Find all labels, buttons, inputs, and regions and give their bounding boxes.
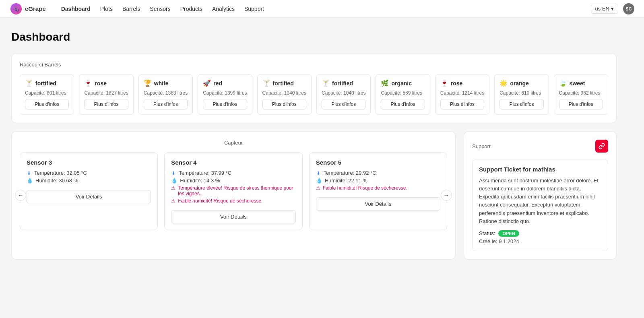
barrel-capacity: Capacité: 610 litres — [500, 90, 543, 96]
barrel-card-4: 🚀redCapacité: 1399 litresPlus d'infos — [198, 74, 252, 115]
ticket-card: Support Ticket for mathias Assumenda sun… — [472, 159, 608, 251]
status-badge: OPEN — [498, 230, 519, 237]
barrel-header: 🍸fortified — [25, 79, 69, 87]
navbar: 🍇 eGrape DashboardPlotsBarrelsSensorsPro… — [0, 0, 644, 18]
nav-link-plots[interactable]: Plots — [96, 4, 117, 14]
nav-link-products[interactable]: Products — [176, 4, 206, 14]
navbar-right: us EN ▾ SC — [591, 3, 634, 14]
nav-link-dashboard[interactable]: Dashboard — [57, 4, 95, 14]
sensor-temperature: 🌡Température: 29.92 °C — [316, 170, 440, 176]
ticket-status: Status: OPEN — [479, 230, 601, 237]
barrel-more-info-button[interactable]: Plus d'infos — [84, 99, 128, 109]
barrel-type-name: rose — [95, 80, 107, 87]
barrel-card-6: 🍸fortifiedCapacité: 1040 litresPlus d'in… — [316, 74, 371, 115]
chevron-down-icon: ▾ — [611, 6, 614, 12]
barrel-capacity: Capacité: 962 litres — [559, 90, 603, 96]
barrel-more-info-button[interactable]: Plus d'infos — [381, 99, 425, 109]
barrel-type-icon: 🍷 — [440, 79, 448, 87]
sensor-humidity: 💧Humidité: 30.68 % — [27, 178, 151, 184]
sensor-card-sensor3: Sensor 3🌡Température: 32.05 °C💧Humidité:… — [20, 152, 158, 230]
page-title: Dashboard — [11, 31, 617, 43]
sensor-details-button[interactable]: Voir Détails — [316, 197, 440, 211]
sensor-name: Sensor 4 — [171, 159, 295, 166]
link-icon — [599, 143, 605, 149]
barrel-card-5: 🍸fortifiedCapacité: 1040 litresPlus d'in… — [257, 74, 312, 115]
sensor-name: Sensor 3 — [27, 159, 151, 166]
support-section: Support Support Ticket for mathias Assum… — [464, 131, 617, 260]
barrel-type-name: fortified — [332, 80, 353, 87]
logo-link[interactable]: 🍇 eGrape — [10, 2, 46, 15]
barrel-capacity: Capacité: 1827 litres — [84, 90, 128, 96]
sensor-details-button[interactable]: Voir Détails — [171, 210, 295, 223]
barrel-more-info-button[interactable]: Plus d'infos — [559, 99, 603, 109]
droplet-icon: 💧 — [27, 178, 33, 184]
barrel-type-name: orange — [510, 80, 529, 87]
sensor-prev-button[interactable]: ← — [15, 190, 26, 201]
main-content: Dashboard Raccourci Barrels 🍸fortifiedCa… — [0, 18, 628, 273]
thermometer-icon: 🌡 — [316, 170, 321, 176]
ticket-date: Créé le: 9.1.2024 — [479, 238, 601, 244]
sensor-warning: ⚠Faible humidité! Risque de sécheresse. — [171, 198, 295, 204]
barrel-card-10: 🍃sweetCapacité: 962 litresPlus d'infos — [554, 74, 608, 115]
thermometer-icon: 🌡 — [171, 170, 176, 176]
barrel-type-icon: 🍃 — [559, 79, 567, 87]
barrel-capacity: Capacité: 1383 litres — [144, 90, 188, 96]
nav-link-support[interactable]: Support — [240, 4, 268, 14]
barrel-capacity: Capacité: 1214 litres — [440, 90, 484, 96]
warning-text: Température élevée! Risque de stress the… — [178, 185, 295, 196]
barrel-more-info-button[interactable]: Plus d'infos — [25, 99, 69, 109]
sensor-warning: ⚠Faible humidité! Risque de sécheresse. — [316, 185, 440, 191]
lang-selector[interactable]: us EN ▾ — [591, 4, 618, 14]
barrel-card-8: 🍷roseCapacité: 1214 litresPlus d'infos — [435, 74, 489, 115]
barrel-more-info-button[interactable]: Plus d'infos — [262, 99, 306, 109]
sensor-name: Sensor 5 — [316, 159, 440, 166]
sensor-temperature: 🌡Température: 37.99 °C — [171, 170, 295, 176]
barrel-card-9: 🌟orangeCapacité: 610 litresPlus d'infos — [494, 74, 549, 115]
barrel-type-name: white — [154, 80, 169, 87]
barrel-type-name: organic — [391, 80, 412, 87]
warning-text: Faible humidité! Risque de sécheresse. — [323, 185, 407, 191]
barrel-header: 🍷rose — [440, 79, 484, 87]
sensor-card-sensor5: Sensor 5🌡Température: 29.92 °C💧Humidité:… — [309, 152, 447, 230]
barrel-type-name: fortified — [273, 80, 294, 87]
barrel-type-icon: 🍸 — [322, 79, 330, 87]
barrel-type-name: fortified — [35, 80, 56, 87]
barrel-header: 🏆white — [144, 79, 188, 87]
temp-value: Température: 29.92 °C — [324, 170, 376, 176]
barrel-more-info-button[interactable]: Plus d'infos — [203, 99, 247, 109]
user-avatar: SC — [623, 3, 634, 14]
barrel-more-info-button[interactable]: Plus d'infos — [440, 99, 484, 109]
bottom-grid: Capteur ← Sensor 3🌡Température: 32.05 °C… — [11, 131, 617, 260]
warning-icon: ⚠ — [171, 198, 175, 204]
support-label: Support — [472, 143, 491, 149]
capteur-title: Capteur — [20, 140, 447, 146]
barrel-more-info-button[interactable]: Plus d'infos — [144, 99, 188, 109]
sensor-details-button[interactable]: Voir Détails — [27, 190, 151, 203]
barrel-header: 🍸fortified — [262, 79, 306, 87]
sensor-next-button[interactable]: → — [441, 190, 452, 201]
nav-link-analytics[interactable]: Analytics — [208, 4, 239, 14]
humidity-value: Humidité: 30.68 % — [35, 178, 78, 184]
brand-name: eGrape — [25, 5, 46, 12]
barrel-type-icon: 🍸 — [25, 79, 33, 87]
barrel-type-icon: 🚀 — [203, 79, 211, 87]
barrel-capacity: Capacité: 1399 litres — [203, 90, 247, 96]
support-link-button[interactable] — [595, 140, 608, 153]
nav-link-barrels[interactable]: Barrels — [118, 4, 144, 14]
temp-value: Température: 37.99 °C — [179, 170, 231, 176]
nav-link-sensors[interactable]: Sensors — [146, 4, 174, 14]
barrel-type-icon: 🌿 — [381, 79, 389, 87]
lang-label: us EN — [595, 6, 609, 12]
barrel-more-info-button[interactable]: Plus d'infos — [500, 99, 543, 109]
droplet-icon: 💧 — [316, 178, 322, 184]
barrel-card-1: 🍸fortifiedCapacité: 801 litresPlus d'inf… — [20, 74, 74, 115]
ticket-body: Assumenda sunt nostrum molestiae error d… — [479, 177, 601, 225]
barrel-capacity: Capacité: 569 litres — [381, 90, 425, 96]
droplet-icon: 💧 — [171, 178, 178, 184]
barrel-type-icon: 🏆 — [144, 79, 152, 87]
barrel-type-name: rose — [451, 80, 463, 87]
barrel-card-7: 🌿organicCapacité: 569 litresPlus d'infos — [376, 74, 430, 115]
barrel-more-info-button[interactable]: Plus d'infos — [322, 99, 365, 109]
barrel-type-icon: 🌟 — [500, 79, 508, 87]
barrel-header: 🚀red — [203, 79, 247, 87]
